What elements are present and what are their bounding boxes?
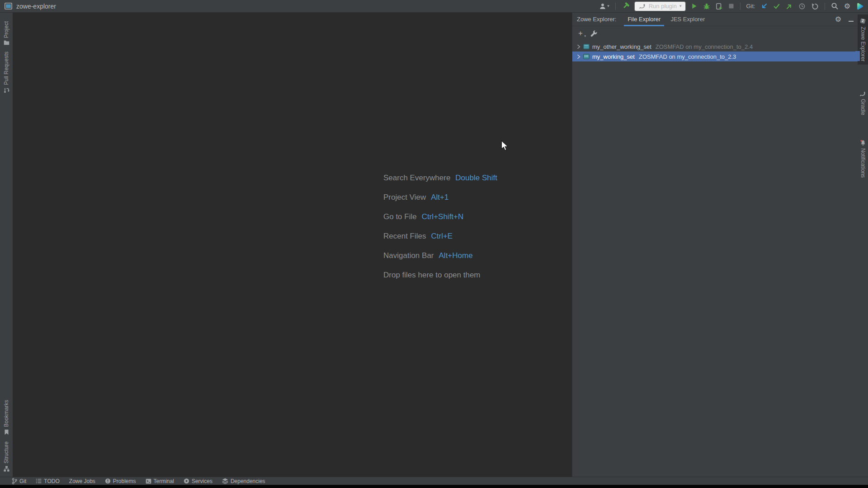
ide-gradient-icon [856, 2, 864, 10]
settings-gear-button[interactable]: ⚙ [844, 2, 851, 10]
git-section-label: Git: [746, 3, 755, 9]
toolwindow-label: Problems [113, 478, 136, 484]
run-play-icon [691, 3, 698, 9]
gear-icon: ⚙ [844, 2, 850, 10]
zowe-explorer-panel: Zowe Explorer: File Explorer JES Explore… [572, 13, 858, 477]
shortcut-label: Search Everywhere [383, 174, 450, 183]
shortcut-label: Drop files here to open them [383, 271, 481, 280]
toolwindow-label: Terminal [154, 478, 174, 484]
git-branch-icon [12, 478, 17, 484]
ide-gradient-button[interactable] [855, 2, 864, 11]
run-config-label: Run plugin [649, 3, 677, 9]
tool-stripe-gradle[interactable]: Gradle [858, 88, 868, 118]
working-set-icon [583, 44, 590, 49]
plus-icon: + [578, 29, 583, 38]
update-arrow-icon [760, 3, 768, 10]
shortcut-row: Search Everywhere Double Shift [383, 168, 497, 188]
selection-bleed [855, 51, 860, 61]
shortcut-row: Go to File Ctrl+Shift+N [383, 207, 497, 226]
editor-empty-area: Search Everywhere Double Shift Project V… [13, 13, 572, 477]
stripe-label: Pull Requests [3, 52, 9, 85]
dependencies-layers-icon [222, 478, 228, 484]
undo-icon [811, 3, 819, 10]
git-update-button[interactable] [760, 2, 768, 10]
svg-text:Z: Z [862, 19, 864, 23]
rollback-button[interactable] [811, 2, 819, 10]
toolwindow-label: Git [19, 478, 26, 484]
bookmark-icon [4, 429, 9, 435]
run-config-selector[interactable]: Run plugin ▾ [634, 1, 686, 11]
coverage-icon [716, 3, 723, 10]
app-window-icon [5, 3, 12, 9]
stripe-label: Structure [3, 441, 9, 464]
empty-editor-shortcuts: Search Everywhere Double Shift Project V… [383, 168, 497, 285]
shortcut-keys: Double Shift [455, 174, 497, 183]
wrench-icon [590, 30, 597, 37]
working-set-icon [583, 54, 590, 59]
tool-stripe-pull-requests[interactable]: Pull Requests [0, 48, 13, 96]
toolwindow-button-problems[interactable]: Problems [105, 478, 136, 484]
hide-panel-button[interactable] [848, 15, 854, 23]
tool-stripe-notifications[interactable]: Notifications [858, 136, 868, 181]
debug-button[interactable] [703, 2, 711, 10]
push-arrow-icon [786, 3, 793, 10]
panel-header: Zowe Explorer: File Explorer JES Explore… [572, 13, 858, 26]
tree-item-working-set[interactable]: my_working_set ZOSMFAD on my_connection_… [572, 52, 858, 61]
toolwindow-button-terminal[interactable]: Terminal [146, 478, 174, 484]
panel-settings-button[interactable]: ⚙ [835, 15, 842, 23]
tool-stripe-structure[interactable]: Structure [0, 438, 13, 475]
gradle-elephant-icon [639, 4, 646, 9]
edit-settings-wrench-button[interactable] [590, 29, 598, 37]
shortcut-label: Project View [383, 193, 426, 202]
toolwindow-button-todo[interactable]: TODO [36, 478, 59, 484]
shortcut-row: Drop files here to open them [383, 265, 497, 285]
history-clock-icon [798, 3, 806, 10]
toolwindow-button-dependencies[interactable]: Dependencies [222, 478, 265, 484]
profile-user-button[interactable]: ▾ [599, 2, 610, 10]
toolwindow-button-services[interactable]: Services [184, 478, 212, 484]
working-sets-tree: my_other_working_set ZOSMFAD on my_conne… [572, 40, 858, 61]
build-hammer-button[interactable] [621, 2, 630, 10]
toolwindow-button-zowe-jobs[interactable]: Zowe Jobs [69, 478, 95, 484]
working-set-detail: ZOSMFAD on my_connection_to_2.4 [656, 43, 753, 50]
tree-item-other-working-set[interactable]: my_other_working_set ZOSMFAD on my_conne… [572, 42, 858, 52]
stop-icon [728, 3, 734, 9]
shortcut-keys: Ctrl+Shift+N [422, 212, 464, 221]
mouse-cursor [501, 140, 509, 151]
ide-window: zowe-explorer ▾ [0, 0, 868, 488]
panel-toolbar: + ▾ [572, 26, 858, 40]
run-with-coverage-button[interactable] [715, 2, 723, 10]
tool-stripe-bookmarks[interactable]: Bookmarks [0, 397, 13, 438]
shortcut-keys: Alt+Home [439, 251, 473, 260]
toolwindow-label: Services [192, 478, 212, 484]
shortcut-row: Navigation Bar Alt+Home [383, 246, 497, 265]
git-push-button[interactable] [785, 2, 793, 10]
tab-file-explorer[interactable]: File Explorer [623, 13, 665, 26]
toolbar-separator [825, 3, 825, 10]
tool-stripe-project[interactable]: Project [0, 18, 13, 48]
git-commit-button[interactable] [773, 2, 781, 10]
shortcut-label: Recent Files [383, 232, 426, 241]
run-button[interactable] [690, 2, 698, 10]
debug-bug-icon [703, 3, 710, 10]
toolwindow-label: Dependencies [231, 478, 265, 484]
tab-jes-explorer[interactable]: JES Explorer [665, 13, 710, 26]
hammer-icon [622, 2, 629, 10]
search-everywhere-button[interactable] [830, 2, 839, 10]
search-icon [831, 2, 839, 10]
problems-icon [105, 478, 111, 484]
toolwindow-button-git[interactable]: Git [12, 478, 26, 484]
structure-icon [4, 466, 9, 472]
stripe-label: Gradle [860, 99, 866, 115]
shortcut-keys: Ctrl+E [431, 232, 453, 241]
add-working-set-button[interactable]: + ▾ [578, 29, 583, 37]
stop-button[interactable] [728, 3, 735, 9]
history-button[interactable] [798, 2, 806, 10]
shortcut-row: Recent Files Ctrl+E [383, 226, 497, 246]
chevron-down-icon: ▾ [607, 4, 609, 8]
chevron-down-icon: ▾ [679, 4, 682, 8]
minimize-icon [849, 21, 854, 22]
stripe-label: Bookmarks [3, 400, 9, 427]
shortcut-row: Project View Alt+1 [383, 188, 497, 207]
user-icon [599, 3, 606, 10]
